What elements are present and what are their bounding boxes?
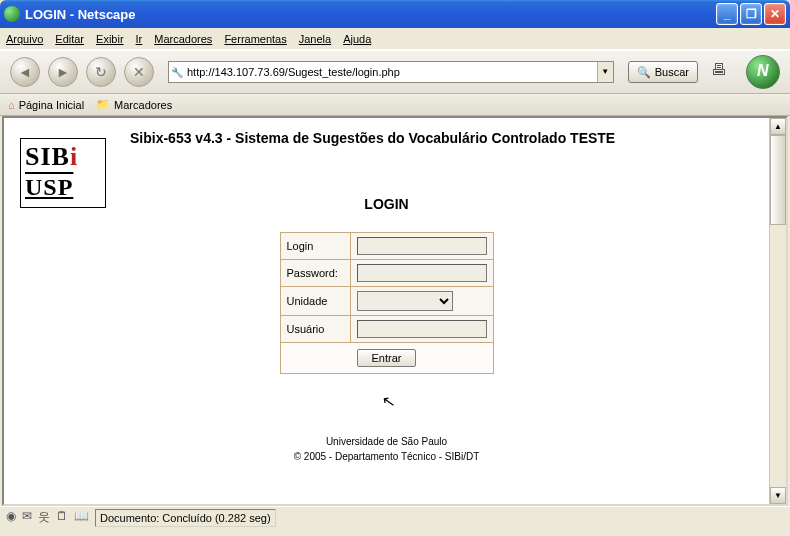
window-title: LOGIN - Netscape: [25, 7, 714, 22]
magnifier-icon: 🔍: [637, 66, 651, 79]
page-title: Sibix-653 v4.3 - Sistema de Sugestões do…: [130, 130, 753, 146]
close-button[interactable]: ✕: [764, 3, 786, 25]
submit-button[interactable]: Entrar: [357, 349, 417, 367]
menu-ajuda[interactable]: Ajuda: [343, 33, 371, 45]
footer-line1: Universidade de São Paulo: [20, 434, 753, 449]
vertical-scrollbar[interactable]: ▲ ▼: [769, 118, 786, 504]
address-bar: 🔧 ▼: [168, 61, 614, 83]
stop-button[interactable]: ✕: [124, 57, 154, 87]
url-dropdown[interactable]: ▼: [597, 62, 613, 82]
label-password: Password:: [280, 260, 350, 287]
composer-icon[interactable]: 🗒: [56, 509, 68, 526]
menu-ferramentas[interactable]: Ferramentas: [224, 33, 286, 45]
status-icons: ◉ ✉ 웃 🗒 📖: [6, 509, 89, 526]
forward-button[interactable]: ►: [48, 57, 78, 87]
menu-janela[interactable]: Janela: [299, 33, 331, 45]
addressbook-icon[interactable]: 📖: [74, 509, 89, 526]
label-usuario: Usuário: [280, 316, 350, 343]
home-icon: ⌂: [8, 99, 15, 111]
folder-icon: 📁: [96, 98, 110, 111]
bookmark-folder-label: Marcadores: [114, 99, 172, 111]
scroll-down-button[interactable]: ▼: [770, 487, 786, 504]
bookmark-home-label: Página Inicial: [19, 99, 84, 111]
menu-editar[interactable]: Editar: [55, 33, 84, 45]
content-viewport: SIBi USP Sibix-653 v4.3 - Sistema de Sug…: [2, 116, 788, 506]
minimize-button[interactable]: _: [716, 3, 738, 25]
unidade-select[interactable]: [357, 291, 453, 311]
label-unidade: Unidade: [280, 287, 350, 316]
footer-line2: © 2005 - Departamento Técnico - SIBi/DT: [20, 449, 753, 464]
sibi-logo: SIBi USP: [20, 138, 106, 208]
bookmark-home[interactable]: ⌂ Página Inicial: [8, 99, 84, 111]
bookmark-folder[interactable]: 📁 Marcadores: [96, 98, 172, 111]
usuario-input[interactable]: [357, 320, 487, 338]
scroll-up-button[interactable]: ▲: [770, 118, 786, 135]
netscape-throbber-icon: [746, 55, 780, 89]
login-heading: LOGIN: [20, 196, 753, 212]
status-bar: ◉ ✉ 웃 🗒 📖 Documento: Concluído (0.282 se…: [0, 506, 790, 528]
bookmark-toolbar: ⌂ Página Inicial 📁 Marcadores: [0, 94, 790, 116]
url-input[interactable]: [185, 63, 597, 81]
menu-ir[interactable]: Ir: [136, 33, 143, 45]
label-login: Login: [280, 233, 350, 260]
password-input[interactable]: [357, 264, 487, 282]
page-body: SIBi USP Sibix-653 v4.3 - Sistema de Sug…: [4, 118, 769, 504]
print-button[interactable]: 🖶: [706, 61, 732, 83]
netscape-icon: [4, 6, 20, 22]
back-button[interactable]: ◄: [10, 57, 40, 87]
maximize-button[interactable]: ❐: [740, 3, 762, 25]
menu-arquivo[interactable]: Arquivo: [6, 33, 43, 45]
reload-button[interactable]: ↻: [86, 57, 116, 87]
login-form: Login Password: Unidade Usuário Entrar: [280, 232, 494, 374]
logo-text-sib: SIB: [25, 142, 70, 171]
window-titlebar: LOGIN - Netscape _ ❐ ✕: [0, 0, 790, 28]
login-input[interactable]: [357, 237, 487, 255]
menu-exibir[interactable]: Exibir: [96, 33, 124, 45]
page-footer: Universidade de São Paulo © 2005 - Depar…: [20, 434, 753, 464]
search-button[interactable]: 🔍 Buscar: [628, 61, 698, 83]
search-label: Buscar: [655, 66, 689, 78]
status-text: Documento: Concluído (0.282 seg): [95, 509, 276, 527]
site-icon: 🔧: [169, 67, 185, 78]
menu-bar: Arquivo Editar Exibir Ir Marcadores Ferr…: [0, 28, 790, 50]
logo-text-usp: USP: [25, 174, 101, 201]
menu-marcadores[interactable]: Marcadores: [154, 33, 212, 45]
nav-toolbar: ◄ ► ↻ ✕ 🔧 ▼ 🔍 Buscar 🖶: [0, 50, 790, 94]
logo-text-i: i: [70, 142, 78, 171]
netscape-status-icon: ◉: [6, 509, 16, 526]
aim-icon[interactable]: 웃: [38, 509, 50, 526]
scroll-thumb[interactable]: [770, 135, 786, 225]
mail-icon[interactable]: ✉: [22, 509, 32, 526]
